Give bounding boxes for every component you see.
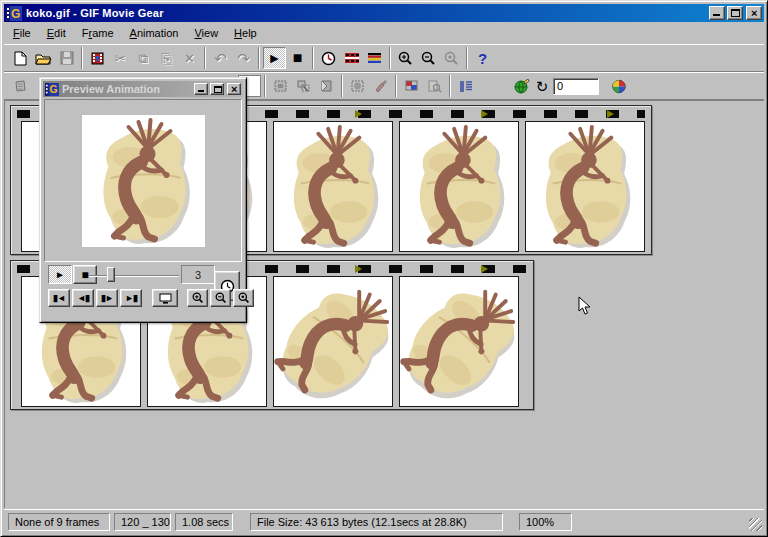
inspect-icon	[427, 79, 442, 93]
preview-zoom-out-button[interactable]	[210, 289, 231, 307]
trim-button[interactable]	[315, 75, 338, 97]
preview-app-icon: G	[45, 83, 59, 96]
preview-slider-thumb[interactable]	[107, 267, 115, 282]
maximize-icon	[731, 9, 740, 17]
menu-file[interactable]: File	[5, 24, 39, 42]
edit-frame-button[interactable]	[9, 75, 32, 97]
stop-icon: ■	[81, 268, 88, 282]
frame-4[interactable]	[399, 121, 519, 252]
timing-button[interactable]	[317, 47, 340, 69]
last-frame-icon: ►▮	[125, 293, 137, 303]
copy-button[interactable]: ⧉	[132, 47, 155, 69]
preview-title: Preview Animation	[62, 83, 194, 95]
preview-controls: ► ■ 3 » ▮◄ ◄▮ ▮► ►▮	[43, 263, 243, 319]
cut-button[interactable]: ✂	[109, 47, 132, 69]
preview-first-frame-button[interactable]: ▮◄	[48, 289, 70, 307]
preview-slider-track[interactable]	[89, 275, 179, 277]
toolbar-separator	[204, 47, 206, 69]
global-palette-button[interactable]	[607, 75, 630, 97]
preview-image	[82, 115, 205, 247]
menu-help[interactable]: Help	[226, 24, 265, 42]
close-icon: ×	[749, 7, 757, 20]
zoom-out-icon	[421, 51, 436, 66]
minimize-button[interactable]	[709, 6, 725, 20]
stop-button[interactable]: ■	[286, 47, 309, 69]
zoom-in-icon	[192, 292, 204, 304]
status-dimensions: 120 _ 130	[114, 513, 171, 531]
crop-button[interactable]	[269, 75, 292, 97]
frame-9[interactable]	[399, 276, 519, 407]
loop-button[interactable]: ↻	[533, 75, 551, 97]
minimize-icon	[713, 14, 720, 16]
preview-next-frame-button[interactable]: ▮►	[96, 289, 118, 307]
preview-window[interactable]: G Preview Animation × ► ■ 3	[39, 77, 247, 323]
color-palette-icon	[611, 79, 627, 94]
preview-minimize-button[interactable]	[194, 83, 208, 95]
palette-stripes-button[interactable]	[363, 47, 386, 69]
tile-button[interactable]	[400, 75, 423, 97]
menu-view[interactable]: View	[186, 24, 226, 42]
frame-marker-icon	[481, 110, 488, 118]
help-button[interactable]: ?	[471, 47, 494, 69]
zoom-actual-icon	[444, 51, 459, 66]
brush-icon	[373, 79, 388, 93]
palette-stripes-icon	[367, 52, 382, 65]
titlebar[interactable]: G koko.gif - GIF Movie Gear ×	[4, 4, 764, 22]
resize-grip[interactable]	[749, 518, 762, 531]
menu-frame[interactable]: Frame	[74, 24, 122, 42]
loop-count-input[interactable]	[553, 78, 599, 95]
preview-zoom-actual-button[interactable]	[233, 289, 254, 307]
paste-button[interactable]: ⎘	[155, 47, 178, 69]
toolbar-separator	[395, 75, 397, 97]
menu-edit[interactable]: Edit	[39, 24, 74, 42]
maximize-button[interactable]	[727, 6, 743, 20]
toolbar-separator	[81, 47, 83, 69]
preview-zoom-in-button[interactable]	[187, 289, 208, 307]
preview-play-button[interactable]: ►	[48, 265, 72, 284]
zoom-in-button[interactable]	[394, 47, 417, 69]
resize-button[interactable]	[292, 75, 315, 97]
zoom-actual-button[interactable]	[440, 47, 463, 69]
zoom-out-button[interactable]	[417, 47, 440, 69]
delete-button[interactable]: ✕	[178, 47, 201, 69]
frame-properties-button[interactable]	[340, 47, 363, 69]
inspect-button[interactable]	[423, 75, 446, 97]
frame-3[interactable]	[273, 121, 393, 252]
menu-animation[interactable]: Animation	[122, 24, 187, 42]
svg-text:G: G	[11, 7, 20, 21]
maximize-icon	[214, 86, 222, 93]
preview-titlebar[interactable]: G Preview Animation ×	[43, 81, 243, 97]
cut-icon: ✂	[115, 52, 126, 65]
play-icon: ►	[268, 51, 282, 65]
frame-8[interactable]	[273, 276, 393, 407]
frame-marker-icon	[607, 110, 614, 118]
preview-fullscreen-button[interactable]	[152, 289, 178, 307]
preview-maximize-button[interactable]	[210, 83, 224, 95]
toolbar-separator	[466, 47, 468, 69]
frame-list-button[interactable]	[454, 75, 477, 97]
new-button[interactable]	[9, 47, 32, 69]
draw-button[interactable]	[369, 75, 392, 97]
preview-canvas	[44, 99, 242, 262]
toolbar-main: ✂ ⧉ ⎘ ✕ ↶ ↷ ► ■	[4, 44, 764, 72]
undo-button[interactable]: ↶	[209, 47, 232, 69]
redo-icon: ↷	[237, 51, 250, 66]
toolbar-separator	[264, 75, 266, 97]
toolbar-separator	[389, 47, 391, 69]
toolbar-separator	[341, 75, 343, 97]
web-export-button[interactable]	[510, 75, 533, 97]
frame-marker-icon	[355, 110, 362, 118]
open-button[interactable]	[32, 47, 55, 69]
first-frame-icon: ▮◄	[53, 293, 65, 303]
frame-5[interactable]	[525, 121, 645, 252]
play-button[interactable]: ►	[263, 47, 286, 69]
preview-last-frame-button[interactable]: ►▮	[120, 289, 142, 307]
preview-prev-frame-button[interactable]: ◄▮	[72, 289, 94, 307]
redo-button[interactable]: ↷	[232, 47, 255, 69]
close-button[interactable]: ×	[746, 6, 762, 20]
transparency-button[interactable]	[346, 75, 369, 97]
save-button[interactable]	[55, 47, 78, 69]
insert-frames-button[interactable]	[86, 47, 109, 69]
preview-close-button[interactable]: ×	[227, 83, 241, 95]
new-file-icon	[14, 51, 27, 66]
